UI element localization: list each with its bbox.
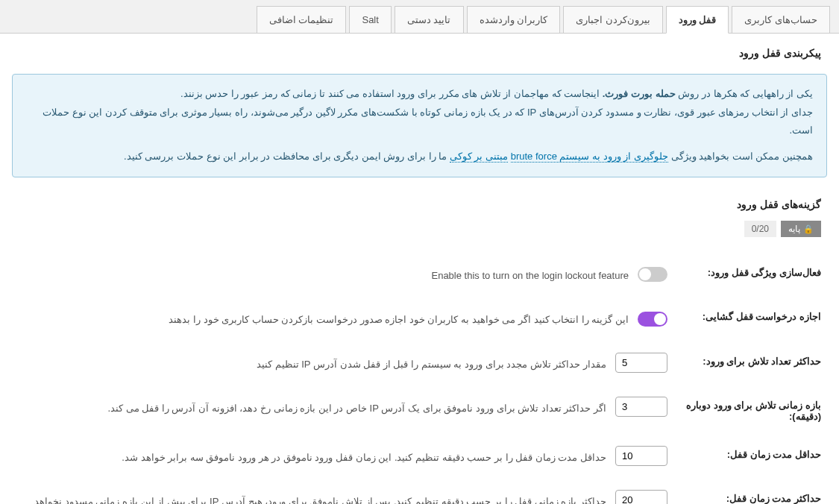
row-enable-lockout: فعال‌سازی ویژگی قفل ورود: Enable this to…	[0, 252, 839, 296]
field-label: حداکثر تعداد تلاش برای ورود:	[679, 353, 821, 367]
field-label: بازه زمانی تلاش برای ورود دوباره (دقیقه)…	[679, 397, 821, 422]
notice-link-cookie[interactable]: مبتنی بر کوکی	[450, 151, 508, 163]
tab-force-logout[interactable]: بیرون‌کردن اجباری	[563, 6, 663, 33]
tabs-container: حساب‌های کاربری قفل ورود بیرون‌کردن اجبا…	[0, 0, 839, 33]
field-hint: مقدار حداکثر تلاش مجدد برای ورود به سیست…	[257, 353, 606, 373]
notice-text: یکی از راههایی که هکرها در روش	[676, 88, 813, 99]
row-max-lockout: حداکثر مدت زمان قفل: حداکثر بازه زمانی ق…	[0, 478, 839, 504]
input-retry-period[interactable]	[615, 397, 667, 417]
field-label: حداکثر مدت زمان قفل:	[679, 490, 821, 504]
notice-text: ما را برای روش ایمن دیگری برای محافظت در…	[124, 151, 450, 162]
field-label: حداقل مدت زمان قفل:	[679, 446, 821, 460]
content-area: پیکربندی قفل ورود یکی از راههایی که هکره…	[0, 33, 839, 504]
row-retry-period: بازه زمانی تلاش برای ورود دوباره (دقیقه)…	[0, 385, 839, 434]
tab-extra[interactable]: تنظیمات اضافی	[257, 6, 347, 33]
tab-accounts[interactable]: حساب‌های کاربری	[732, 6, 830, 33]
badge-label: پایه	[781, 221, 821, 237]
row-allow-unlock: اجازه درخواست قفل گشایی: این گزینه را ان…	[0, 296, 839, 340]
row-max-attempts: حداکثر تعداد تلاش برای ورود: مقدار حداکث…	[0, 341, 839, 385]
field-hint: اگر حداکثر تعداد تلاش برای ورود ناموفق ب…	[107, 397, 606, 417]
field-hint: حداکثر بازه زمانی قفل را بر حسب دقیقه تن…	[18, 490, 606, 504]
field-label: فعال‌سازی ویژگی قفل ورود:	[679, 264, 821, 278]
row-min-lockout: حداقل مدت زمان قفل: حداقل مدت زمان قفل ر…	[0, 434, 839, 478]
field-hint: Enable this to turn on the login lockout…	[431, 264, 629, 284]
info-notice: یکی از راههایی که هکرها در روش حمله بورت…	[12, 74, 827, 177]
field-hint: حداقل مدت زمان قفل را بر حسب دقیقه تنظیم…	[122, 446, 606, 466]
tab-login-lock[interactable]: قفل ورود	[666, 6, 729, 34]
field-label: اجازه درخواست قفل گشایی:	[679, 308, 821, 322]
notice-link-brute-force[interactable]: جلوگیری از ورود به سیستم brute force	[511, 151, 668, 163]
input-min-lockout[interactable]	[615, 446, 667, 466]
tab-salt[interactable]: Salt	[349, 6, 391, 33]
page-title: پیکربندی قفل ورود	[0, 34, 839, 68]
badge-score: 0/20	[744, 221, 776, 237]
security-badge-row: پایه0/20	[0, 221, 839, 252]
input-max-attempts[interactable]	[615, 353, 667, 373]
notice-text: همچنین ممکن است بخواهید ویژگی	[668, 151, 813, 162]
field-hint: این گزینه را انتخاب کنید اگر می خواهید ب…	[169, 308, 629, 328]
tab-manual-approve[interactable]: تایید دستی	[395, 6, 464, 33]
notice-text: جدای از انتخاب رمزهای عبور قوی، نظارت و …	[26, 104, 813, 140]
lock-icon	[803, 224, 814, 234]
notice-bold: حمله بورت فورث.	[603, 88, 676, 99]
toggle-enable-lockout[interactable]	[638, 267, 667, 282]
tab-logged-in-users[interactable]: کاربران واردشده	[467, 6, 561, 33]
options-heading: گزینه‌های قفل ورود	[0, 195, 839, 221]
toggle-allow-unlock[interactable]	[638, 312, 667, 327]
input-max-lockout[interactable]	[615, 490, 667, 504]
notice-text: اینجاست که مهاجمان از تلاش های مکرر برای…	[180, 88, 603, 99]
